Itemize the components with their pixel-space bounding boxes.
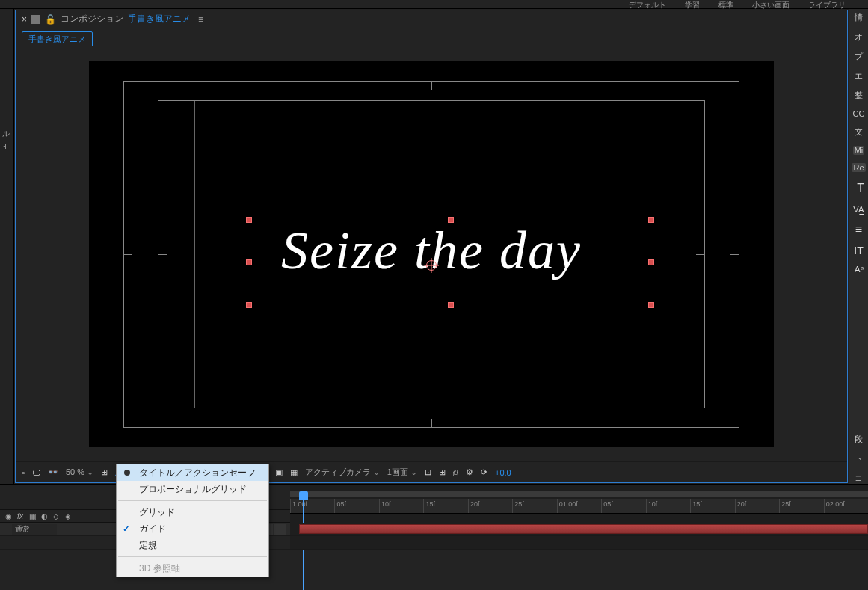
baseline-icon[interactable]: A̲ᵃ [855,265,864,274]
lock-icon[interactable]: 🔓 [45,14,56,25]
app-toolbar: デフォルト 学習 標準 小さい画面 ライブラリ [0,0,868,9]
timeline-ruler-area[interactable]: 1:00f 05f 10f 15f 20f 25f 01:00f 05f 10f… [290,485,868,523]
comp-flowchart-bar: 手書き風アニメ [16,28,847,46]
panel-menu-icon[interactable]: ≡ [198,14,203,25]
ws-library[interactable]: ライブラリ [808,0,846,9]
panel-icon[interactable]: ル [2,129,11,138]
3d-icon[interactable]: ◈ [63,512,73,520]
selection-handle[interactable] [648,302,654,308]
exposure-value[interactable]: +0.0 [495,468,511,477]
panel-tab-content[interactable]: コ [855,473,863,484]
ws-small[interactable]: 小さい画面 [752,0,789,9]
work-area-bar[interactable] [290,491,868,497]
panel-tab-preview[interactable]: プ [855,51,863,62]
type-size-icon[interactable]: TT [853,182,864,197]
align-icon[interactable]: ⫞ [2,141,11,150]
layer-duration-bar[interactable] [299,524,868,534]
anchor-point-icon[interactable] [426,260,437,271]
left-tool-strip: ル ⫞ [0,9,14,484]
view1-icon[interactable]: ⊡ [425,467,431,477]
ruler-tick: 25f [514,500,524,508]
always-preview-icon[interactable]: ▫ [22,468,25,477]
panel-tab-audio[interactable]: オ [855,31,863,43]
layer-track-empty [290,536,868,550]
selection-handle[interactable] [246,217,252,223]
ruler-tick: 15f [425,500,435,508]
fx-header-icon[interactable]: fx [15,512,25,520]
ruler-tick: 02:00f [826,500,845,508]
selection-handle[interactable] [246,302,252,308]
workspace-switcher[interactable]: デフォルト 学習 標準 小さい画面 ライブラリ [629,0,868,9]
selection-handle[interactable] [246,259,252,265]
selection-handle[interactable] [648,217,654,223]
panel-tab-mi[interactable]: Mi [853,146,865,155]
composition-panel: × 🔓 コンポジション 手書き風アニメ ≡ 手書き風アニメ Seize the … [15,10,848,483]
zoom-dropdown[interactable]: 50 % [66,467,93,477]
panel-tab-tracker[interactable]: ト [855,453,863,464]
panel-tab-align[interactable]: 整 [855,90,863,101]
time-ruler[interactable]: 1:00f 05f 10f 15f 20f 25f 01:00f 05f 10f… [290,499,868,514]
menu-label: ガイド [139,523,166,535]
camera-dropdown[interactable]: アクティブカメラ [305,467,380,478]
panel-tab-info[interactable]: 情 [855,12,863,23]
ruler-tick: 25f [781,500,791,508]
mask-icon[interactable]: 👓 [48,467,58,477]
menu-rulers[interactable]: 定規 [117,537,268,553]
viewer[interactable]: Seize the day [16,46,847,461]
lock-icon[interactable]: ◐ [39,512,49,520]
close-tab-icon[interactable]: × [22,14,27,25]
comp-thumb-icon [31,15,40,24]
av-icon[interactable]: ◉ [3,512,13,520]
transparency-icon[interactable]: ▦ [290,467,298,477]
blend-mode-dropdown[interactable]: 通常 [12,524,57,535]
panel-tab-paragraph[interactable]: 段 [855,434,863,445]
panel-tab-effects[interactable]: エ [855,70,863,82]
vertical-type-icon[interactable]: IT [854,245,863,256]
playhead[interactable] [299,491,308,514]
menu-label: タイトル／アクションセーフ [139,467,256,479]
ruler-tick: 05f [603,500,613,508]
composition-tab-bar: × 🔓 コンポジション 手書き風アニメ ≡ [16,10,847,28]
comp-name[interactable]: 手書き風アニメ [128,13,191,25]
solo-icon[interactable]: ▦ [27,512,37,520]
layer-track[interactable] [290,523,868,536]
panel-tab-character[interactable]: 文 [855,126,863,138]
panel-tab-re[interactable]: Re [852,163,865,172]
menu-separator [118,500,267,501]
panel-tab-cc[interactable]: CC [853,109,865,118]
right-panel-stack: 情 オ プ エ 整 CC 文 Mi Re TT VA̲ ≡ IT A̲ᵃ 段 ト… [849,9,868,484]
menu-grid[interactable]: グリッド [117,504,268,520]
menu-label: グリッド [139,506,175,519]
ws-default[interactable]: デフォルト [629,0,666,9]
view4-icon[interactable]: ⚙ [466,467,473,477]
shy-icon[interactable]: ◇ [51,512,61,520]
exposure-reset-icon[interactable]: ⟳ [481,467,487,477]
view3-icon[interactable]: ⎙ [453,468,458,477]
ruler-tick: 10f [648,500,658,508]
views-dropdown[interactable]: 1画面 [387,467,417,478]
ws-standard[interactable]: 標準 [718,0,733,9]
menu-label: 3D 参照軸 [139,562,180,575]
enabled-dot-icon [124,470,130,476]
ruler-tick: 15f [692,500,702,508]
ruler-tick: 20f [737,500,747,508]
grid-guides-menu[interactable]: タイトル／アクションセーフ プロポーショナルグリッド グリッド ✓ ガイド 定規… [116,464,269,577]
paragraph-icon[interactable]: ≡ [855,223,862,236]
selection-handle[interactable] [448,302,454,308]
menu-title-action-safe[interactable]: タイトル／アクションセーフ [117,464,268,481]
ruler-tick: 20f [470,500,480,508]
selection-handle[interactable] [448,217,454,223]
kerning-icon[interactable]: VA̲ [853,205,864,215]
ws-learn[interactable]: 学習 [685,0,700,9]
menu-proportional-grid[interactable]: プロポーショナルグリッド [117,481,268,497]
composition-canvas[interactable]: Seize the day [89,61,774,447]
roi-icon[interactable]: ▣ [275,467,283,477]
menu-label: プロポーショナルグリッド [139,483,247,496]
device-icon[interactable]: 🖵 [32,468,40,477]
resolution-grid-icon[interactable]: ⊞ [101,467,108,477]
flow-tab[interactable]: 手書き風アニメ [22,31,93,47]
ruler-tick: 10f [381,500,391,508]
menu-guides[interactable]: ✓ ガイド [117,520,268,537]
view2-icon[interactable]: ⊞ [439,467,446,477]
selection-handle[interactable] [648,259,654,265]
